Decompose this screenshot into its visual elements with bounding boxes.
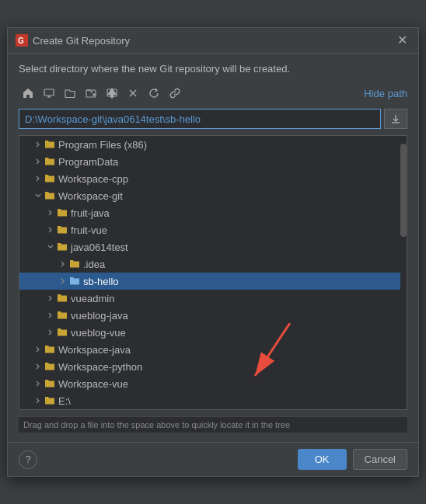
tree-item-workspace-java[interactable]: Workspace-java: [19, 341, 407, 358]
tree-item-vueblog-java[interactable]: vueblog-java: [19, 307, 407, 324]
tree-label-program-data: ProgramData: [58, 156, 118, 168]
tree-item-fruit-java[interactable]: fruit-java: [19, 204, 407, 221]
app-icon: G: [16, 34, 28, 47]
tree-item-workspace-vue[interactable]: Workspace-vue: [19, 375, 407, 392]
expand-arrow-workspace-java[interactable]: [32, 346, 44, 353]
tree-label-vueblog-java: vueblog-java: [71, 310, 128, 322]
file-tree[interactable]: Program Files (x86)ProgramDataWorkspace-…: [19, 135, 407, 410]
tree-label-java0614test: java0614test: [71, 242, 128, 253]
folder-icon-vueblog-java: [57, 310, 68, 322]
refresh-button[interactable]: [145, 84, 163, 103]
tree-label-fruit-java: fruit-java: [71, 207, 110, 219]
help-button[interactable]: ?: [19, 450, 37, 469]
tree-label-e-drive: E:\: [58, 395, 71, 407]
folder-icon-java0614test: [57, 242, 68, 253]
drag-hint: Drag and drop a file into the space abov…: [19, 416, 407, 433]
new-folder-button[interactable]: [82, 84, 100, 103]
tree-label-fruit-vue: fruit-vue: [71, 224, 107, 236]
tree-item-java0614test[interactable]: java0614test: [19, 238, 407, 255]
tree-item-sb-hello[interactable]: sb-hello: [19, 273, 407, 290]
folder-icon-workspace-java: [44, 344, 55, 356]
folder-icon-workspace-cpp: [44, 173, 55, 185]
tree-item-vueadmin[interactable]: vueadmin: [19, 290, 407, 307]
title-bar: G Create Git Repository ✕: [8, 28, 418, 54]
tree-label-vueblog-vue: vueblog-vue: [71, 327, 126, 339]
svg-text:G: G: [18, 36, 24, 45]
up-button[interactable]: [103, 84, 121, 103]
tree-item-idea[interactable]: .idea: [19, 255, 407, 273]
tree-label-sb-hello: sb-hello: [83, 276, 119, 287]
tree-item-fruit-vue[interactable]: fruit-vue: [19, 221, 407, 238]
tree-item-workspace-cpp[interactable]: Workspace-cpp: [19, 170, 407, 187]
folder-icon-e-drive: [44, 395, 55, 407]
folder-icon-fruit-vue: [57, 224, 68, 236]
expand-arrow-workspace-python[interactable]: [32, 363, 44, 370]
expand-arrow-program-files-x86[interactable]: [32, 141, 44, 148]
expand-arrow-fruit-vue[interactable]: [44, 227, 57, 233]
dialog-content: Select directory where the new Git repos…: [8, 54, 418, 442]
tree-label-workspace-git: Workspace-git: [58, 190, 123, 202]
dialog-description: Select directory where the new Git repos…: [19, 63, 407, 75]
home-button[interactable]: [19, 84, 37, 103]
path-input[interactable]: [19, 109, 381, 129]
folder-icon-workspace-vue: [44, 378, 55, 390]
folder-icon-workspace-python: [44, 361, 55, 373]
tree-label-workspace-python: Workspace-python: [58, 361, 142, 373]
folder-icon-fruit-java: [57, 207, 68, 219]
folder-icon-idea: [69, 259, 80, 270]
path-input-row: [19, 109, 407, 129]
cancel-button[interactable]: Cancel: [353, 449, 407, 470]
folder-icon-workspace-git: [44, 190, 55, 202]
tree-label-idea: .idea: [83, 259, 105, 270]
expand-arrow-e-drive[interactable]: [32, 398, 44, 404]
folder-icon-vueadmin: [57, 293, 68, 304]
folder-icon-program-data: [44, 156, 55, 168]
svg-rect-2: [44, 89, 54, 96]
desktop-button[interactable]: [40, 84, 58, 103]
tree-label-workspace-java: Workspace-java: [58, 344, 131, 356]
tree-label-program-files-x86: Program Files (x86): [58, 139, 147, 151]
delete-button[interactable]: [124, 84, 142, 103]
expand-arrow-workspace-git[interactable]: [32, 193, 44, 199]
expand-arrow-vueadmin[interactable]: [44, 295, 57, 301]
tree-label-vueadmin: vueadmin: [71, 293, 114, 304]
expand-arrow-fruit-java[interactable]: [44, 210, 57, 216]
scrollbar-track: [400, 136, 407, 409]
folder-icon-program-files-x86: [44, 139, 55, 151]
open-folder-button[interactable]: [61, 84, 79, 103]
expand-arrow-java0614test[interactable]: [44, 244, 57, 250]
folder-icon-sb-hello: [69, 276, 80, 287]
expand-arrow-workspace-cpp[interactable]: [32, 176, 44, 182]
dialog-title: Create Git Repository: [33, 35, 389, 47]
tree-item-e-drive[interactable]: E:\: [19, 392, 407, 409]
tree-item-program-data[interactable]: ProgramData: [19, 153, 407, 170]
hide-path-link[interactable]: Hide path: [364, 88, 407, 99]
expand-arrow-idea[interactable]: [57, 261, 69, 267]
tree-label-workspace-vue: Workspace-vue: [58, 378, 128, 390]
ok-button[interactable]: OK: [298, 449, 347, 470]
footer: ? OK Cancel: [8, 442, 418, 476]
expand-arrow-sb-hello[interactable]: [57, 278, 69, 284]
download-button[interactable]: [384, 109, 407, 129]
tree-item-workspace-git[interactable]: Workspace-git: [19, 187, 407, 204]
tree-label-workspace-cpp: Workspace-cpp: [58, 173, 128, 185]
tree-item-vueblog-vue[interactable]: vueblog-vue: [19, 324, 407, 341]
close-button[interactable]: ✕: [394, 33, 410, 48]
expand-arrow-program-data[interactable]: [32, 158, 44, 165]
tree-item-program-files-x86[interactable]: Program Files (x86): [19, 136, 407, 153]
scrollbar-thumb[interactable]: [400, 144, 407, 237]
folder-icon-vueblog-vue: [57, 327, 68, 339]
expand-arrow-vueblog-java[interactable]: [44, 312, 57, 318]
create-git-repo-dialog: G Create Git Repository ✕ Select directo…: [7, 27, 419, 477]
footer-actions: OK Cancel: [298, 449, 407, 470]
toolbar: Hide path: [19, 84, 407, 103]
expand-arrow-vueblog-vue[interactable]: [44, 329, 57, 335]
tree-item-workspace-python[interactable]: Workspace-python: [19, 358, 407, 375]
expand-arrow-workspace-vue[interactable]: [32, 381, 44, 387]
link-button[interactable]: [166, 84, 184, 103]
